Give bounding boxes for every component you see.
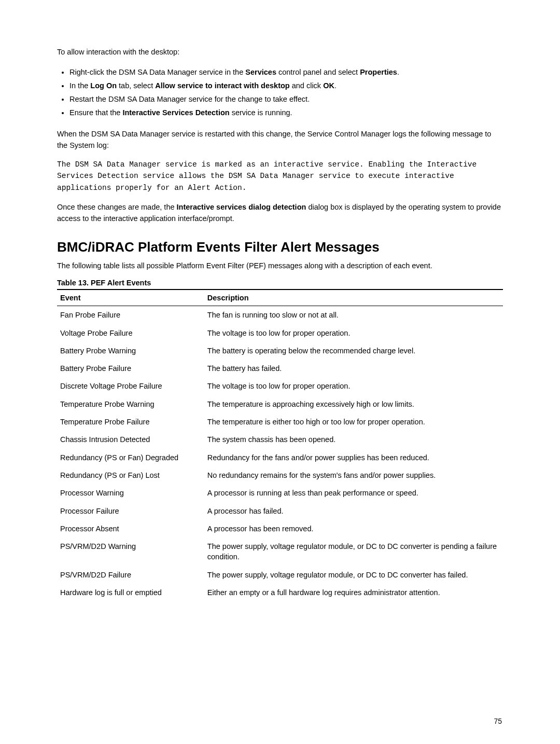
table-cell-event: Hardware log is full or emptied: [57, 584, 204, 601]
table-cell-event: Battery Probe Failure: [57, 360, 204, 377]
table-cell-description: The power supply, voltage regulator modu…: [204, 538, 503, 566]
table-row: PS/VRM/D2D FailureThe power supply, volt…: [57, 566, 503, 584]
table-cell-description: The battery is operating below the recom…: [204, 342, 503, 360]
table-cell-event: Battery Probe Warning: [57, 342, 204, 360]
bullet-item: Right-click the DSM SA Data Manager serv…: [69, 65, 503, 79]
table-cell-description: Redundancy for the fans and/or power sup…: [204, 449, 503, 466]
table-row: Hardware log is full or emptiedEither an…: [57, 584, 503, 601]
table-header-row: Event Description: [57, 290, 503, 306]
table-cell-event: Processor Failure: [57, 502, 204, 520]
table-row: Temperature Probe WarningThe temperature…: [57, 395, 503, 413]
table-caption: Table 13. PEF Alert Events: [57, 279, 503, 287]
table-cell-description: A processor has been removed.: [204, 520, 503, 538]
table-cell-description: The voltage is too low for proper operat…: [204, 324, 503, 342]
table-cell-event: Temperature Probe Warning: [57, 395, 204, 413]
page-number: 75: [494, 717, 502, 725]
table-cell-event: Processor Absent: [57, 520, 204, 538]
table-cell-event: Voltage Probe Failure: [57, 324, 204, 342]
table-cell-event: Fan Probe Failure: [57, 306, 204, 324]
table-row: Processor AbsentA processor has been rem…: [57, 520, 503, 538]
table-cell-event: Redundancy (PS or Fan) Degraded: [57, 449, 204, 466]
after-code-paragraph: Once these changes are made, the Interac…: [57, 202, 503, 225]
bullet-item: In the Log On tab, select Allow service …: [69, 79, 503, 92]
bullet-item: Restart the DSM SA Data Manager service …: [69, 92, 503, 106]
page: To allow interaction with the desktop: R…: [0, 0, 560, 744]
intro-paragraph: To allow interaction with the desktop:: [57, 47, 503, 58]
table-cell-event: Discrete Voltage Probe Failure: [57, 377, 204, 395]
after-bullets-paragraph: When the DSM SA Data Manager service is …: [57, 129, 503, 151]
events-table: Event Description Fan Probe FailureThe f…: [57, 289, 503, 601]
table-cell-description: The power supply, voltage regulator modu…: [204, 566, 503, 584]
table-cell-description: The voltage is too low for proper operat…: [204, 377, 503, 395]
table-cell-event: Temperature Probe Failure: [57, 413, 204, 431]
table-cell-event: Redundancy (PS or Fan) Lost: [57, 466, 204, 484]
table-cell-description: The fan is running too slow or not at al…: [204, 306, 503, 324]
table-cell-description: The battery has failed.: [204, 360, 503, 377]
table-cell-description: No redundancy remains for the system's f…: [204, 466, 503, 484]
bullet-item: Ensure that the Interactive Services Det…: [69, 106, 503, 119]
table-cell-description: The system chassis has been opened.: [204, 431, 503, 448]
table-row: Battery Probe WarningThe battery is oper…: [57, 342, 503, 360]
table-row: Processor WarningA processor is running …: [57, 484, 503, 502]
table-row: Battery Probe FailureThe battery has fai…: [57, 360, 503, 377]
table-cell-description: A processor is running at less than peak…: [204, 484, 503, 502]
table-row: Redundancy (PS or Fan) DegradedRedundanc…: [57, 449, 503, 466]
bullet-list: Right-click the DSM SA Data Manager serv…: [57, 65, 503, 119]
table-row: Redundancy (PS or Fan) LostNo redundancy…: [57, 466, 503, 484]
section-heading: BMC/iDRAC Platform Events Filter Alert M…: [57, 239, 503, 255]
table-cell-event: PS/VRM/D2D Failure: [57, 566, 204, 584]
table-row: Chassis Intrusion DetectedThe system cha…: [57, 431, 503, 448]
table-cell-event: Chassis Intrusion Detected: [57, 431, 204, 448]
code-block: The DSM SA Data Manager service is marke…: [57, 159, 503, 194]
table-cell-event: PS/VRM/D2D Warning: [57, 538, 204, 566]
table-row: Discrete Voltage Probe FailureThe voltag…: [57, 377, 503, 395]
table-row: Temperature Probe FailureThe temperature…: [57, 413, 503, 431]
table-row: PS/VRM/D2D WarningThe power supply, volt…: [57, 538, 503, 566]
table-cell-event: Processor Warning: [57, 484, 204, 502]
section-intro: The following table lists all possible P…: [57, 260, 503, 272]
table-header-event: Event: [57, 290, 204, 306]
table-row: Processor FailureA processor has failed.: [57, 502, 503, 520]
table-cell-description: Either an empty or a full hardware log r…: [204, 584, 503, 601]
table-cell-description: A processor has failed.: [204, 502, 503, 520]
table-header-description: Description: [204, 290, 503, 306]
table-cell-description: The temperature is either too high or to…: [204, 413, 503, 431]
table-row: Voltage Probe FailureThe voltage is too …: [57, 324, 503, 342]
table-cell-description: The temperature is approaching excessive…: [204, 395, 503, 413]
table-row: Fan Probe FailureThe fan is running too …: [57, 306, 503, 324]
